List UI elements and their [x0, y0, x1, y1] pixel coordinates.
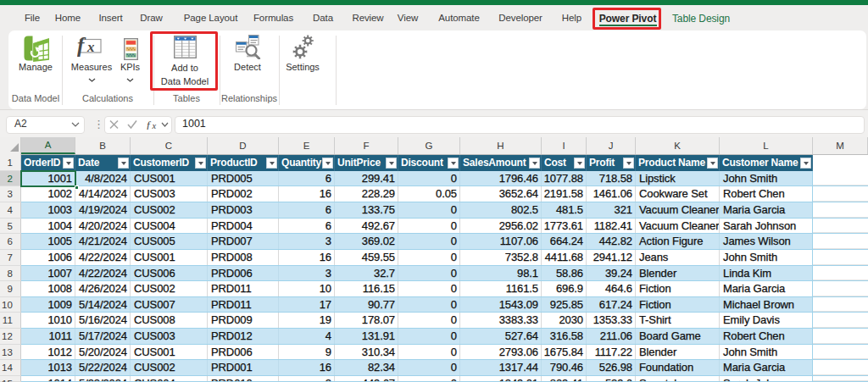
svg-text:f: f [147, 119, 152, 130]
svg-text:x: x [152, 121, 157, 130]
svg-text:x: x [86, 39, 95, 55]
